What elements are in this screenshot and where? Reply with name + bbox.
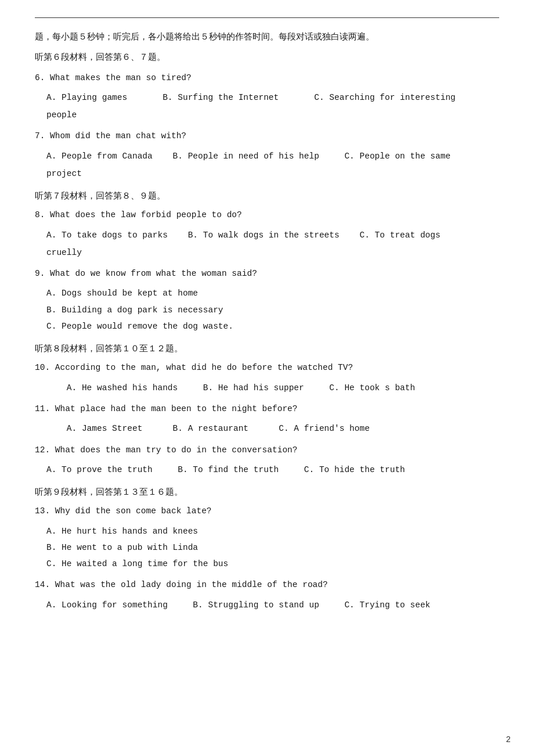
question-9-option-b: B. Building a dog park is necessary: [35, 302, 499, 318]
question-8-options: A. To take dogs to parks B. To walk dogs…: [35, 227, 499, 243]
section-label-1316: 听第９段材料，回答第１３至１６题。: [35, 484, 499, 501]
question-12-text: 12. What does the man try to do in the c…: [35, 442, 499, 458]
question-13-body: Why did the son come back late?: [55, 506, 212, 516]
question-7-block: 7. Whom did the man chat with? A. People…: [35, 128, 499, 182]
question-11-options: A. James Street B. A restaurant C. A fri…: [35, 420, 499, 437]
question-10-block: 10. According to the man, what did he do…: [35, 359, 499, 396]
question-11-text: 11. What place had the man been to the n…: [35, 401, 499, 417]
intro-line1: 题，每小题５秒钟；听完后，各小题将给出５秒钟的作答时间。每段对话或独白读两遍。: [35, 28, 499, 45]
question-14-block: 14. What was the old lady doing in the m…: [35, 577, 499, 613]
question-12-body: What does the man try to do in the conve…: [55, 445, 298, 455]
question-8-body: What does the law forbid people to do?: [50, 210, 242, 219]
question-6-number: 6.: [35, 73, 50, 82]
question-9-number: 9.: [35, 269, 50, 278]
question-13-option-c: C. He waited a long time for the bus: [35, 556, 499, 572]
main-content: 题，每小题５秒钟；听完后，各小题将给出５秒钟的作答时间。每段对话或独白读两遍。 …: [35, 28, 499, 613]
question-9-option-c: C. People would remove the dog waste.: [35, 318, 499, 334]
question-8-number: 8.: [35, 210, 50, 219]
question-10-number: 10.: [35, 363, 55, 372]
question-9-block: 9. What do we know from what the woman s…: [35, 265, 499, 334]
question-9-text: 9. What do we know from what the woman s…: [35, 265, 499, 282]
question-12-block: 12. What does the man try to do in the c…: [35, 442, 499, 478]
question-13-option-b: B. He went to a pub with Linda: [35, 539, 499, 556]
question-8-continuation: cruelly: [35, 244, 499, 261]
question-9-option-a: A. Dogs should be kept at home: [35, 285, 499, 301]
question-9-body: What do we know from what the woman said…: [50, 269, 257, 278]
section-label-1012: 听第８段材料，回答第１０至１２题。: [35, 340, 499, 357]
question-13-number: 13.: [35, 506, 55, 516]
top-divider: [35, 17, 499, 18]
question-13-block: 13. Why did the son come back late? A. H…: [35, 503, 499, 572]
question-14-body: What was the old lady doing in the middl…: [55, 580, 328, 589]
question-8-text: 8. What does the law forbid people to do…: [35, 207, 499, 223]
question-10-options: A. He washed his hands B. He had his sup…: [35, 380, 499, 396]
question-14-number: 14.: [35, 580, 55, 589]
question-13-text: 13. Why did the son come back late?: [35, 503, 499, 519]
question-13-option-a: A. He hurt his hands and knees: [35, 523, 499, 539]
question-7-text: 7. Whom did the man chat with?: [35, 128, 499, 144]
section-label-78: 听第７段材料，回答第８、９题。: [35, 188, 499, 204]
question-8-block: 8. What does the law forbid people to do…: [35, 207, 499, 261]
question-6-options: A. Playing games B. Surfing the Internet…: [35, 89, 499, 106]
intro-line2: 听第６段材料，回答第６、７题。: [35, 49, 499, 66]
question-14-text: 14. What was the old lady doing in the m…: [35, 577, 499, 593]
question-6-body: What makes the man so tired?: [50, 73, 192, 82]
question-6-block: 6. What makes the man so tired? A. Playi…: [35, 70, 499, 124]
question-10-body: According to the man, what did he do bef…: [55, 363, 353, 372]
question-14-options: A. Looking for something B. Struggling t…: [35, 597, 499, 613]
question-6-continuation: people: [35, 107, 499, 123]
question-11-number: 11.: [35, 404, 55, 413]
page-number: 2: [506, 735, 511, 744]
question-12-options: A. To prove the truth B. To find the tru…: [35, 462, 499, 478]
question-6-text: 6. What makes the man so tired?: [35, 70, 499, 86]
question-11-body: What place had the man been to the night…: [55, 404, 298, 413]
question-12-number: 12.: [35, 445, 55, 455]
question-7-continuation: project: [35, 165, 499, 182]
question-7-options: A. People from Canada B. People in need …: [35, 148, 499, 164]
question-11-block: 11. What place had the man been to the n…: [35, 401, 499, 437]
question-7-body: Whom did the man chat with?: [50, 131, 186, 141]
question-10-text: 10. According to the man, what did he do…: [35, 359, 499, 376]
question-7-number: 7.: [35, 131, 50, 141]
